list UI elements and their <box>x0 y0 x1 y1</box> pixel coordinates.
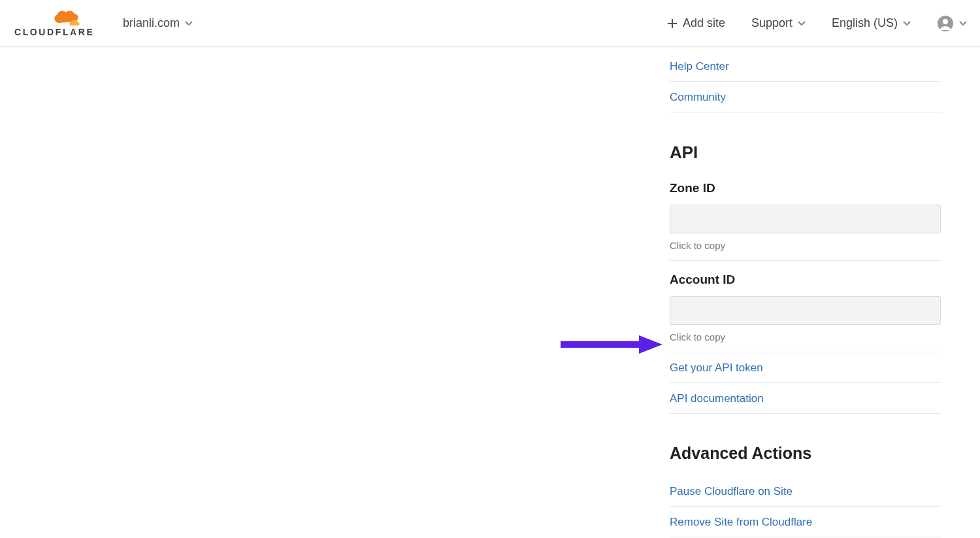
zone-id-group: Zone ID Click to copy <box>670 181 941 261</box>
api-heading: API <box>670 143 941 163</box>
add-site-button[interactable]: Add site <box>667 16 725 30</box>
language-menu[interactable]: English (US) <box>832 16 911 30</box>
advanced-actions-heading: Advanced Actions <box>670 444 941 463</box>
pause-cloudflare-link[interactable]: Pause Cloudflare on Site <box>670 485 792 497</box>
zone-id-label: Zone ID <box>670 181 941 195</box>
get-api-token-link[interactable]: Get your API token <box>670 361 763 374</box>
right-sidebar: Help Center Community API Zone ID Click … <box>670 47 941 537</box>
chevron-down-icon <box>959 20 967 27</box>
add-site-label: Add site <box>683 16 725 30</box>
svg-text:CLOUDFLARE: CLOUDFLARE <box>14 27 94 37</box>
support-menu[interactable]: Support <box>751 16 806 30</box>
avatar-icon <box>937 15 954 32</box>
chevron-down-icon <box>185 20 193 27</box>
account-id-field[interactable] <box>670 296 941 325</box>
account-id-group: Account ID Click to copy <box>670 273 941 352</box>
chevron-down-icon <box>798 20 806 27</box>
plus-icon <box>667 18 678 29</box>
community-link[interactable]: Community <box>670 91 726 103</box>
help-center-link[interactable]: Help Center <box>670 60 729 73</box>
zone-id-hint: Click to copy <box>670 240 941 251</box>
account-id-hint: Click to copy <box>670 331 941 343</box>
zone-id-field[interactable] <box>670 205 941 233</box>
header-nav: Add site Support English (US) <box>667 15 967 32</box>
site-selector[interactable]: brianli.com <box>123 16 193 30</box>
support-label: Support <box>751 16 792 30</box>
top-header: CLOUDFLARE brianli.com Add site Support … <box>0 0 980 47</box>
account-menu[interactable] <box>937 15 967 32</box>
cloudflare-logo[interactable]: CLOUDFLARE <box>14 9 99 38</box>
site-selector-label: brianli.com <box>123 16 180 30</box>
language-label: English (US) <box>832 16 898 30</box>
svg-point-2 <box>943 18 948 24</box>
account-id-label: Account ID <box>670 273 941 287</box>
remove-site-link[interactable]: Remove Site from Cloudflare <box>670 516 812 528</box>
chevron-down-icon <box>903 20 911 27</box>
api-documentation-link[interactable]: API documentation <box>670 392 764 405</box>
help-links: Help Center Community <box>670 51 941 112</box>
